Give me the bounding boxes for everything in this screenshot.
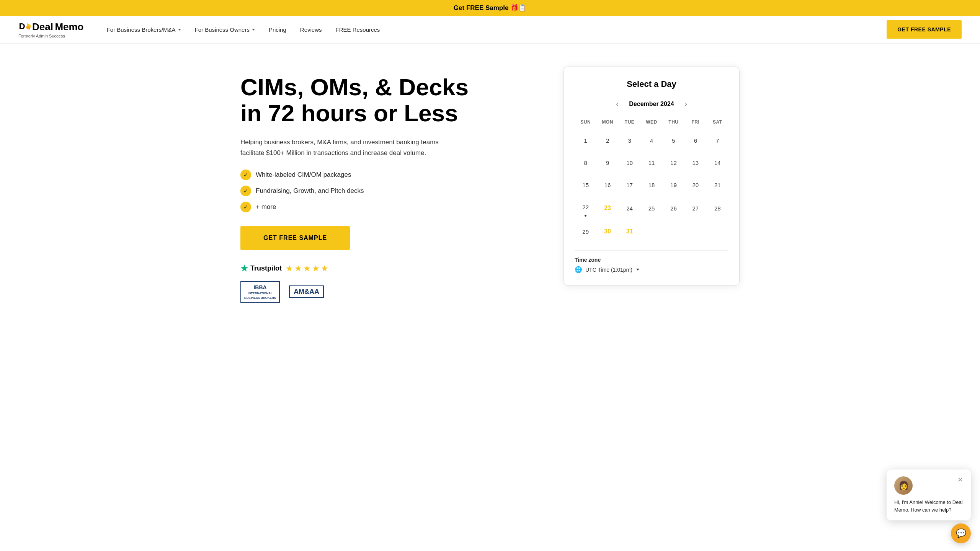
weekday-mon: MON [596, 117, 618, 129]
calendar-day[interactable]: 25 [644, 201, 659, 215]
calendar-cell: 30 [596, 220, 618, 243]
calendar-cell: 17 [619, 174, 640, 196]
calendar-cell: 22 [575, 196, 596, 220]
calendar-day[interactable]: 23 [600, 201, 615, 215]
svg-text:D: D [19, 21, 25, 31]
calendar-cell [663, 220, 684, 243]
nav-cta-button[interactable]: GET FREE SAMPLE [887, 20, 962, 39]
chevron-down-icon [636, 269, 639, 271]
calendar-day[interactable]: 22 [578, 200, 593, 214]
hero-subtitle: Helping business brokers, M&A firms, and… [240, 137, 455, 158]
nav-free-resources[interactable]: FREE Resources [336, 26, 380, 33]
next-month-button[interactable]: › [682, 98, 690, 109]
calendar-cell: 3 [619, 129, 640, 152]
calendar-cell: 28 [707, 196, 728, 220]
calendar-cell: 29 [575, 220, 596, 243]
calendar-day[interactable]: 18 [644, 178, 659, 192]
weekday-sat: SAT [707, 117, 728, 129]
nav-pricing[interactable]: Pricing [269, 26, 286, 33]
check-icon: ✓ [240, 202, 251, 212]
calendar-day[interactable]: 1 [578, 133, 593, 148]
logo-memo: Memo [55, 21, 83, 33]
nav-reviews[interactable]: Reviews [300, 26, 322, 33]
star-icon: ★ [303, 264, 311, 274]
calendar-day[interactable]: 4 [644, 133, 659, 148]
calendar-day[interactable]: 5 [666, 133, 681, 148]
calendar-day[interactable]: 12 [666, 155, 681, 170]
star-icon: ★ [321, 264, 328, 274]
calendar-day[interactable]: 29 [578, 224, 593, 239]
star-rating: ★ ★ ★ ★ ★ [286, 264, 328, 274]
globe-icon: 🌐 [575, 266, 582, 273]
logo-link[interactable]: D Deal Memo Formerly Admin Success [18, 21, 84, 38]
calendar-cell: 1 [575, 129, 596, 152]
calendar-cell: 26 [663, 196, 684, 220]
logo-deal: Deal [32, 21, 53, 33]
calendar-day[interactable]: 30 [600, 224, 615, 239]
calendar-cell: 15 [575, 174, 596, 196]
calendar-day[interactable]: 10 [622, 155, 637, 170]
calendar-day[interactable]: 24 [622, 201, 637, 215]
nav-brokers[interactable]: For Business Brokers/M&A [107, 26, 181, 33]
timezone-value: UTC Time (1:01pm) [585, 267, 632, 273]
calendar-day[interactable]: 2 [600, 133, 615, 148]
logo-sub: Formerly Admin Success [18, 34, 65, 38]
feature-item: ✓ + more [240, 202, 541, 212]
feature-item: ✓ White-labeled CIM/OM packages [240, 170, 541, 180]
calendar-cell: 19 [663, 174, 684, 196]
calendar-day[interactable]: 26 [666, 201, 681, 215]
calendar-day[interactable]: 27 [688, 201, 703, 215]
star-icon: ★ [286, 264, 293, 274]
calendar-cell: 23 [596, 196, 618, 220]
weekday-wed: WED [640, 117, 662, 129]
calendar-cell: 14 [707, 152, 728, 174]
amaa-logo: AM&AA [289, 285, 324, 298]
calendar-cell: 21 [707, 174, 728, 196]
timezone-section: Time zone 🌐 UTC Time (1:01pm) [575, 250, 728, 273]
hero-title: CIMs, OMs, & Decksin 72 hours or Less [240, 74, 541, 126]
main-content: CIMs, OMs, & Decksin 72 hours or Less He… [222, 44, 758, 318]
calendar-day[interactable]: 9 [600, 155, 615, 170]
top-banner[interactable]: Get FREE Sample 🎁📋 [0, 0, 980, 16]
trustpilot-logo: ★ Trustpilot [240, 264, 282, 274]
nav-links: For Business Brokers/M&A For Business Ow… [107, 26, 887, 33]
calendar-day[interactable]: 3 [622, 133, 637, 148]
calendar-title: Select a Day [575, 79, 728, 89]
calendar-day[interactable]: 28 [710, 201, 725, 215]
calendar-day[interactable]: 15 [578, 178, 593, 192]
calendar-day[interactable]: 19 [666, 178, 681, 192]
weekday-tue: TUE [619, 117, 640, 129]
calendar-grid: SUN MON TUE WED THU FRI SAT 123456789101… [575, 117, 728, 243]
calendar-day[interactable]: 7 [710, 133, 725, 148]
prev-month-button[interactable]: ‹ [613, 98, 621, 109]
logo-icon: D [18, 21, 31, 33]
hero-cta-button[interactable]: GET FREE SAMPLE [240, 226, 350, 250]
dot-indicator [585, 215, 586, 217]
calendar-cell: 9 [596, 152, 618, 174]
calendar-day[interactable]: 31 [622, 224, 637, 239]
calendar-cell: 27 [684, 196, 706, 220]
calendar-cell: 7 [707, 129, 728, 152]
weekday-thu: THU [663, 117, 684, 129]
trustpilot-area: ★ Trustpilot ★ ★ ★ ★ ★ [240, 264, 541, 274]
calendar-nav: ‹ December 2024 › [575, 98, 728, 109]
feature-list: ✓ White-labeled CIM/OM packages ✓ Fundra… [240, 170, 541, 212]
calendar-day[interactable]: 11 [644, 155, 659, 170]
calendar-day[interactable]: 17 [622, 178, 637, 192]
calendar-day[interactable]: 6 [688, 133, 703, 148]
timezone-select[interactable]: 🌐 UTC Time (1:01pm) [575, 266, 728, 273]
calendar-cell: 16 [596, 174, 618, 196]
calendar-cell: 20 [684, 174, 706, 196]
calendar-day[interactable]: 20 [688, 178, 703, 192]
calendar-cell [684, 220, 706, 243]
calendar-day[interactable]: 21 [710, 178, 725, 192]
calendar-day[interactable]: 8 [578, 155, 593, 170]
calendar-day[interactable]: 14 [710, 155, 725, 170]
calendar-cell: 25 [640, 196, 662, 220]
banner-text: Get FREE Sample 🎁📋 [454, 4, 526, 11]
calendar-cell: 8 [575, 152, 596, 174]
chevron-down-icon [178, 29, 181, 31]
calendar-day[interactable]: 16 [600, 178, 615, 192]
calendar-day[interactable]: 13 [688, 155, 703, 170]
nav-owners[interactable]: For Business Owners [195, 26, 255, 33]
